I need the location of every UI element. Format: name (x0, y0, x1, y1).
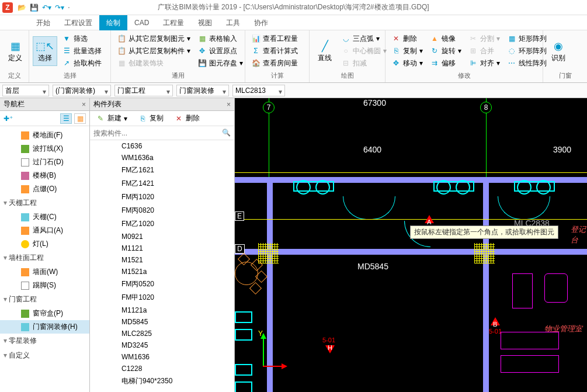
drawing-canvas[interactable]: 7 8 67300 6400 3900 MLC2838 MD5845 (235, 98, 587, 392)
list-item[interactable]: FM丙1020 (90, 190, 234, 204)
list-item[interactable]: M1121a (90, 304, 234, 316)
list-item[interactable]: FM丙0520 (90, 277, 234, 291)
table-input-button[interactable]: ▦表格输入 (195, 33, 245, 44)
app-logo: Z (2, 2, 13, 13)
tab-tools[interactable]: 工具 (219, 15, 247, 30)
nav-item-ceiling: 天棚(C) (0, 210, 89, 224)
nav-tree[interactable]: 楼地面(F) 波打线(X) 过门石(D) 楼梯(B) 点缀(O) 天棚工程 天棚… (0, 126, 89, 392)
select-button[interactable]: ⬚↖选择 (33, 36, 57, 66)
list-item[interactable]: FM丙0820 (90, 204, 234, 217)
grid-bubble-7: 7 (263, 102, 275, 113)
nav-view-list-icon[interactable]: ☰ (60, 113, 72, 124)
selector-bar: 首层 (门窗洞装修) 门窗工程 门窗洞装修 MLC2813 (0, 83, 587, 98)
component-select[interactable]: MLC2813 (232, 85, 285, 96)
list-item[interactable]: 电梯门940*2350 (90, 374, 234, 388)
delete-component-button[interactable]: ✕删除 (172, 113, 202, 124)
list-close-icon[interactable]: × (227, 100, 231, 109)
nav-cat-ceiling[interactable]: 天棚工程 (0, 196, 89, 210)
list-item[interactable]: MLC2825 (90, 328, 234, 339)
nav-view-grid-icon[interactable]: ▦ (74, 113, 86, 124)
group-label-select: 选择 (33, 70, 107, 81)
tab-cad[interactable]: CAD (127, 15, 156, 30)
list-item[interactable]: M1521 (90, 254, 234, 266)
search-icon[interactable]: 🔍 (222, 129, 231, 137)
tab-collab[interactable]: 协作 (247, 15, 275, 30)
new-component-button[interactable]: ✎新建 ▾ (93, 113, 130, 124)
line-button[interactable]: ╱直线 (313, 37, 336, 65)
qat-more-icon[interactable]: ⋅ (68, 4, 70, 12)
nav-item-vent: 通风口(A) (0, 224, 89, 237)
copy-from-layer-comp-button[interactable]: 📋从其它层复制构件 ▾ (114, 46, 193, 57)
nav-item-door-window-deco: 门窗洞装修(H) (0, 320, 89, 334)
dim-67300: 67300 (363, 98, 386, 107)
list-item[interactable]: C1636 (90, 140, 234, 152)
move-button[interactable]: ✥移动 ▾ (389, 58, 425, 69)
deduct-button[interactable]: ⊟扣减 (339, 58, 389, 69)
qat-open-icon[interactable]: 📂 (18, 4, 26, 12)
nav-item-wall: 墙面(W) (0, 265, 89, 279)
recognize-button[interactable]: ◉识别 (547, 37, 570, 65)
view-formula-button[interactable]: Σ查看计算式 (249, 46, 300, 57)
axis-label-e: E (235, 211, 244, 221)
offset-button[interactable]: ⇉偏移 (428, 58, 464, 69)
floor-select[interactable]: 首层 (2, 85, 49, 96)
batch-select-button[interactable]: ☰批量选择 (60, 46, 104, 57)
tab-draw[interactable]: 绘制 (99, 15, 127, 30)
copy-component-button[interactable]: ⎘复制 (136, 113, 166, 124)
nav-panel-title: 导航栏 (4, 99, 25, 109)
nav-close-icon[interactable]: × (82, 100, 86, 109)
tab-quantity[interactable]: 工程量 (156, 15, 191, 30)
nav-add-icon[interactable]: ✚⁺ (4, 115, 13, 123)
delete-button[interactable]: ✕删除 (389, 33, 425, 44)
subtype-select[interactable]: 门窗洞装修 (176, 85, 229, 96)
three-point-arc-button[interactable]: ◡三点弧 ▾ (339, 33, 389, 44)
define-button[interactable]: ▦定义 (4, 37, 27, 65)
merge-button[interactable]: ⊞合并 (466, 46, 502, 57)
pick-component-button[interactable]: ↗拾取构件 (60, 58, 104, 69)
list-item[interactable]: MD5845 (90, 316, 234, 328)
qat-undo-icon[interactable]: ↶▾ (42, 4, 51, 12)
rotate-button[interactable]: ↻旋转 ▾ (428, 46, 464, 57)
view-quantity-button[interactable]: 📊查看工程量 (249, 33, 300, 44)
split-button[interactable]: ✂分割 ▾ (466, 33, 502, 44)
tab-project-settings[interactable]: 工程设置 (57, 15, 99, 30)
save-elem-button[interactable]: 💾图元存盘 ▾ (195, 58, 245, 69)
list-item[interactable]: WM1636a (90, 152, 234, 164)
list-item[interactable]: MD3245 (90, 339, 234, 351)
line-array-button[interactable]: ⋯线性阵列 (505, 58, 549, 69)
list-item[interactable]: FM乙1421 (90, 177, 234, 190)
filter-button[interactable]: ▼筛选 (60, 33, 104, 44)
nav-cat-custom[interactable]: 自定义 (0, 348, 89, 363)
search-input[interactable] (90, 126, 234, 140)
type-select[interactable]: 门窗工程 (114, 85, 173, 96)
list-item[interactable]: M1521a (90, 266, 234, 277)
qat-redo-icon[interactable]: ↷▾ (55, 4, 64, 12)
nav-cat-wall[interactable]: 墙柱面工程 (0, 251, 89, 265)
nav-cat-misc[interactable]: 零星装修 (0, 334, 89, 348)
tab-start[interactable]: 开始 (29, 15, 57, 30)
center-ellipse-button[interactable]: ○中心椭圆 ▾ (339, 46, 389, 57)
copy-from-layer-elem-button[interactable]: 📋从其它层复制图元 ▾ (114, 33, 193, 44)
window-title: 广联达BIM装饰计量 2019 - [C:\Users\Administrato… (158, 2, 429, 12)
tab-view[interactable]: 视图 (191, 15, 219, 30)
list-item[interactable]: FM乙1020 (90, 217, 234, 231)
list-item[interactable]: M0921 (90, 231, 234, 242)
category-select[interactable]: (门窗洞装修) (53, 85, 111, 96)
create-deco-block-button[interactable]: ▦创建装饰块 (114, 58, 193, 69)
list-item[interactable]: FM乙1621 (90, 164, 234, 177)
list-item[interactable]: C1228 (90, 363, 234, 374)
component-list[interactable]: C1636WM1636aFM乙1621FM乙1421FM丙1020FM丙0820… (90, 140, 234, 392)
view-room-qty-button[interactable]: 🏠查看房间量 (249, 58, 300, 69)
nav-cat-door-window[interactable]: 门窗工程 (0, 292, 89, 307)
list-item[interactable]: M1121 (90, 242, 234, 254)
circ-array-button[interactable]: ◌环形阵列 (505, 46, 549, 57)
list-item[interactable]: FM甲1020 (90, 291, 234, 304)
qat-save-icon[interactable]: 💾 (30, 4, 39, 12)
align-button[interactable]: ⊫对齐 ▾ (466, 58, 502, 69)
list-item[interactable]: WM1636 (90, 351, 234, 363)
copy-button[interactable]: ⎘复制 ▾ (389, 46, 425, 57)
mirror-button[interactable]: ▲镜像 (428, 33, 464, 44)
rect-array-button[interactable]: ▦矩形阵列 (505, 33, 549, 44)
set-origin-button[interactable]: ✥设置原点 (195, 46, 245, 57)
group-label-modify: 修改 (389, 70, 539, 81)
